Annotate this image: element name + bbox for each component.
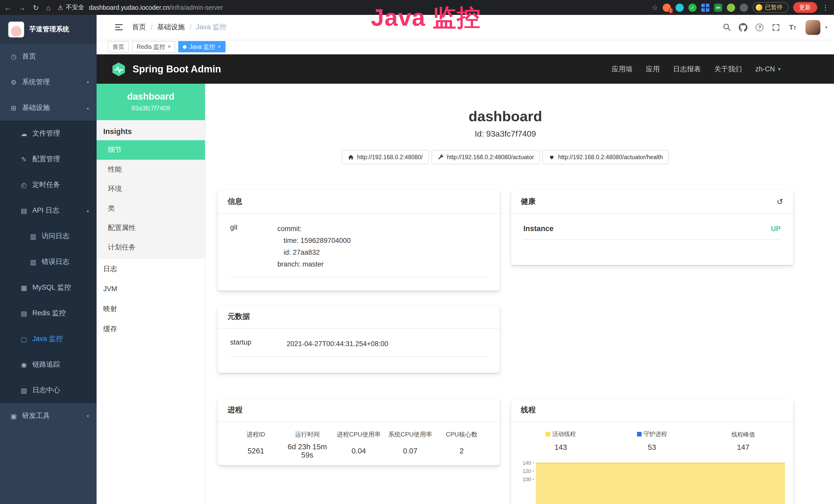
- sidebar-item-redis-monitor[interactable]: ▤ Redis 监控: [0, 300, 96, 326]
- sidebar-item-access-logs[interactable]: ▥ 访问日志: [0, 223, 96, 249]
- document-icon: ▥: [29, 232, 37, 240]
- sidebar-item-home[interactable]: ◷ 首页: [0, 44, 96, 69]
- sidebar-item-log-center[interactable]: ▧ 日志中心: [0, 377, 96, 403]
- sba-brand[interactable]: Spring Boot Admin: [111, 61, 221, 77]
- sidebar-submenu-infra: ☁ 文件管理 ✎ 配置管理 ◴ 定时任务 ▤ API 日志 ▴ ▥: [0, 121, 96, 403]
- help-icon[interactable]: ?: [753, 21, 766, 33]
- extension-icon-orange[interactable]: 1: [663, 3, 671, 12]
- timer-icon: ◴: [20, 181, 28, 189]
- font-size-icon[interactable]: TT: [786, 21, 799, 33]
- reload-icon[interactable]: ↻: [33, 4, 39, 11]
- browser-home-icon[interactable]: ⌂: [46, 4, 50, 11]
- process-cores: 2: [436, 440, 487, 465]
- tab-home[interactable]: 首页: [108, 41, 129, 52]
- endpoint-home-link[interactable]: http://192.168.0.2:48080/: [342, 150, 429, 164]
- sba-link-wallboard[interactable]: 应用墙: [612, 65, 632, 74]
- metadata-startup-row: startup 2021-04-27T00:44:31.254+08:00: [230, 338, 487, 357]
- close-icon[interactable]: ×: [218, 44, 221, 49]
- chart-y-axis: 140 120 100: [516, 461, 535, 504]
- metadata-key: startup: [230, 338, 287, 350]
- chevron-down-icon: ▾: [778, 66, 781, 72]
- close-icon[interactable]: ×: [168, 44, 171, 49]
- sidebar-item-config-management[interactable]: ✎ 配置管理: [0, 146, 96, 172]
- info-card-title: 信息: [227, 197, 242, 206]
- extension-icon-green-check[interactable]: ✓: [688, 3, 697, 12]
- fullscreen-icon[interactable]: [770, 21, 783, 33]
- insights-group: Insights 细节 性能 环境 类 配置属性 计划任务: [96, 120, 205, 259]
- chevron-up-icon: ▴: [87, 208, 89, 213]
- pencil-icon: ✎: [20, 155, 28, 163]
- home-icon: [348, 154, 354, 160]
- app-logo: [8, 21, 24, 37]
- breadcrumb-home[interactable]: 首页: [132, 23, 146, 32]
- endpoint-health-link[interactable]: http://192.168.0.2:48080/actuator/health: [543, 150, 669, 164]
- tab-redis-monitor[interactable]: Redis 监控×: [132, 41, 175, 52]
- endpoint-actuator-link[interactable]: http://192.168.0.2:48080/actuator: [432, 150, 540, 164]
- extension-icon-dark[interactable]: [740, 3, 748, 12]
- chrome-menu-icon[interactable]: ⋮: [822, 4, 829, 11]
- github-icon[interactable]: [737, 21, 750, 33]
- sba-menu-mappings[interactable]: 映射: [96, 299, 205, 319]
- sba-menu-scheduled-tasks[interactable]: 计划任务: [96, 238, 205, 257]
- instance-header[interactable]: dashboard 93a3fc7f7409: [96, 84, 205, 120]
- infrastructure-icon: ⊞: [10, 104, 18, 112]
- extension-icon-proxy-switch[interactable]: on: [714, 3, 722, 12]
- health-heart-icon: [549, 154, 555, 160]
- sidebar-item-java-monitor[interactable]: ▢ Java 监控: [0, 326, 96, 352]
- paused-label: 已暂停: [765, 4, 783, 11]
- forward-icon[interactable]: →: [19, 4, 26, 11]
- sidebar-toggle-icon[interactable]: [115, 24, 123, 30]
- sidebar-item-mysql-monitor[interactable]: ▦ MySQL 监控: [0, 275, 96, 300]
- sba-link-applications[interactable]: 应用: [646, 65, 660, 74]
- sidebar-item-file-management[interactable]: ☁ 文件管理: [0, 121, 96, 146]
- dashboard-icon: ◷: [10, 53, 18, 60]
- warning-icon: ⚠: [58, 4, 63, 11]
- url-domain: dashboard.yudao.iocoder.cn: [89, 4, 170, 11]
- thread-stat-daemon: 守护进程 53: [607, 429, 698, 451]
- process-card: 进程 进程ID 运行时间 进程CPU使用率 系统CPU: [218, 398, 500, 465]
- sba-link-journal[interactable]: 日志报表: [673, 65, 701, 74]
- tab-java-monitor[interactable]: Java 监控×: [178, 41, 225, 52]
- address-bar[interactable]: dashboard.yudao.iocoder.cn/infra/admin-s…: [89, 4, 223, 11]
- health-instance-label: Instance: [524, 224, 554, 233]
- cloud-icon: ☁: [20, 130, 28, 137]
- browser-toolbar-right: ☆ 1 ✓ on 已暂停 更新 ⋮: [652, 2, 829, 13]
- sidebar-item-tracing[interactable]: ◉ 链路追踪: [0, 352, 96, 377]
- health-history-icon[interactable]: ↺: [777, 197, 783, 206]
- search-icon[interactable]: [721, 21, 733, 33]
- breadcrumb-infra[interactable]: 基础设施: [157, 23, 185, 32]
- chevron-down-icon: ▾: [87, 414, 89, 418]
- sidebar-item-scheduled-tasks[interactable]: ◴ 定时任务: [0, 172, 96, 198]
- sidebar-group-dev-tools[interactable]: ▣ 研发工具 ▾: [0, 403, 96, 429]
- profile-paused-chip[interactable]: 已暂停: [752, 2, 788, 13]
- user-avatar[interactable]: [806, 20, 821, 35]
- back-icon[interactable]: ←: [4, 4, 11, 11]
- sba-menu-details[interactable]: 细节: [96, 140, 205, 160]
- extension-icon-leaf[interactable]: [727, 3, 735, 12]
- process-pid: 5261: [230, 440, 282, 465]
- sidebar-group-api-logs[interactable]: ▤ API 日志 ▴: [0, 198, 96, 223]
- sba-menu-logs[interactable]: 日志: [96, 259, 205, 279]
- breadcrumb-current: Java 监控: [196, 23, 226, 32]
- app-logo-row[interactable]: 芋道管理系统: [0, 15, 96, 44]
- bookmark-star-icon[interactable]: ☆: [652, 3, 658, 12]
- sidebar-group-infra[interactable]: ⊞ 基础设施 ▴: [0, 95, 96, 121]
- sidebar-item-error-logs[interactable]: ▥ 错误日志: [0, 249, 96, 275]
- sba-locale-select[interactable]: zh-CN ▾: [755, 65, 781, 73]
- sba-navbar: Spring Boot Admin 应用墙 应用 日志报表 关于我们 zh-CN…: [96, 54, 834, 84]
- sba-link-about[interactable]: 关于我们: [714, 65, 742, 74]
- health-instance-row: Instance UP: [524, 224, 781, 240]
- metadata-value: 2021-04-27T00:44:31.254+08:00: [287, 338, 487, 350]
- sba-menu-caches[interactable]: 缓存: [96, 319, 205, 339]
- sidebar-group-system[interactable]: ⚙ 系统管理 ▾: [0, 69, 96, 95]
- chrome-update-button[interactable]: 更新: [793, 2, 817, 13]
- avatar-caret-icon[interactable]: ▾: [825, 25, 827, 29]
- sba-menu-classes[interactable]: 类: [96, 199, 205, 218]
- sba-menu-environment[interactable]: 环境: [96, 179, 205, 199]
- sba-menu-config-props[interactable]: 配置属性: [96, 218, 205, 238]
- extension-icon-teal-drop[interactable]: [676, 3, 684, 12]
- sba-menu-metrics[interactable]: 性能: [96, 160, 205, 179]
- extension-icon-blue-grid[interactable]: [701, 3, 709, 12]
- site-security-chip[interactable]: ⚠ 不安全: [58, 3, 84, 12]
- sba-menu-jvm[interactable]: JVM: [96, 279, 205, 299]
